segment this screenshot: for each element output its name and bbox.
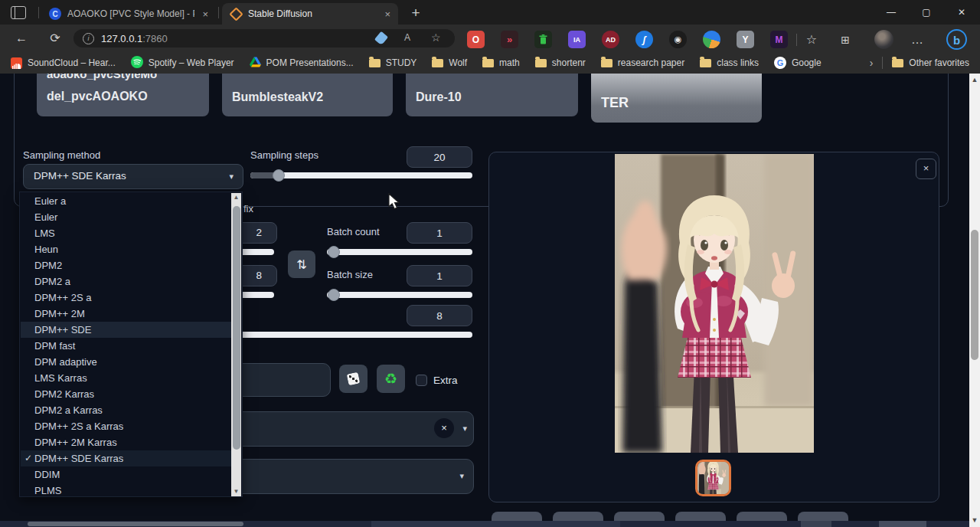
generated-image[interactable] <box>615 154 814 453</box>
ext-fast-forward-icon[interactable]: » <box>501 31 518 48</box>
option-dpmpp-sde[interactable]: DPM++ SDE <box>21 322 233 338</box>
extra-action-button[interactable] <box>798 512 848 521</box>
bookmark-class-links[interactable]: class links <box>700 57 759 68</box>
sampling-steps-input[interactable] <box>407 146 472 168</box>
profile-avatar[interactable] <box>874 30 893 49</box>
batch-size-slider-handle[interactable] <box>328 289 340 301</box>
model-card-aoaoko[interactable]: aoaoko_pvcStyleMo del_pvcAOAOKO <box>37 74 209 116</box>
scroll-up-icon[interactable]: ▲ <box>969 75 980 85</box>
ext-ia-icon[interactable]: IA <box>568 31 586 48</box>
option-euler-a[interactable]: Euler a <box>21 193 233 209</box>
page-scrollbar-thumb[interactable] <box>971 230 978 360</box>
new-tab-button[interactable]: + <box>406 4 426 22</box>
bookmark-wolf[interactable]: Wolf <box>432 57 467 68</box>
model-card-ter[interactable]: TER <box>591 74 762 123</box>
batch-count-input[interactable] <box>407 222 472 244</box>
page-scrollbar[interactable]: ▲ ▼ <box>969 74 980 527</box>
option-dpm2-karras[interactable]: DPM2 Karras <box>21 386 233 402</box>
option-dpmpp-2s-a[interactable]: DPM++ 2S a <box>21 290 233 306</box>
batch-count-slider-handle[interactable] <box>328 246 340 258</box>
gallery-thumbnail[interactable] <box>695 460 731 496</box>
horizontal-scrollbar-thumb[interactable] <box>28 522 243 526</box>
option-dpm-fast[interactable]: DPM fast <box>21 338 233 354</box>
dropdown-scrollbar-thumb[interactable] <box>233 206 240 450</box>
tab-bar: C AOAOKO [PVC Style Model] - PV × Stable… <box>0 0 980 25</box>
sampling-method-select[interactable]: DPM++ SDE Karras ▾ <box>23 164 243 189</box>
option-plms[interactable]: PLMS <box>21 483 233 499</box>
scroll-down-icon[interactable]: ▼ <box>231 487 241 496</box>
site-info-icon[interactable]: i <box>83 33 94 44</box>
ext-location-pin-icon[interactable]: ◉ <box>669 31 687 48</box>
option-dpm2-a-karras[interactable]: DPM2 a Karras <box>21 402 233 418</box>
model-card-dure10[interactable]: Dure-10 <box>406 74 578 116</box>
bookmark-soundcloud[interactable]: SoundCloud – Hear... <box>11 57 116 69</box>
send-to-img2img-button[interactable] <box>614 512 665 521</box>
bookmark-spotify[interactable]: Spotify – Web Player <box>131 56 234 70</box>
ext-ad-icon[interactable]: AD <box>602 31 619 48</box>
bookmark-math[interactable]: math <box>482 57 520 68</box>
scroll-up-icon[interactable]: ▲ <box>231 193 241 202</box>
batch-size-slider[interactable] <box>327 292 472 298</box>
bookmark-shortenr[interactable]: shortenr <box>535 57 586 68</box>
option-dpm-adaptive[interactable]: DPM adaptive <box>21 354 233 370</box>
option-lms[interactable]: LMS <box>21 225 233 241</box>
read-aloud-icon[interactable]: A <box>404 32 410 43</box>
extra-seed-checkbox[interactable] <box>416 375 427 386</box>
clear-styles-icon[interactable]: × <box>434 418 454 438</box>
option-dpm2[interactable]: DPM2 <box>21 257 233 273</box>
close-gallery-button[interactable]: × <box>916 159 936 179</box>
option-euler[interactable]: Euler <box>21 209 233 225</box>
option-dpm2-a[interactable]: DPM2 a <box>21 273 233 290</box>
ext-globe-icon[interactable] <box>703 31 720 48</box>
model-card-bumblesteak[interactable]: BumblesteakV2 <box>222 74 393 116</box>
zip-button[interactable] <box>553 512 603 521</box>
option-ddim[interactable]: DDIM <box>21 466 233 483</box>
scroll-down-icon[interactable]: ▼ <box>969 516 980 525</box>
window-minimize-button[interactable]: — <box>880 3 903 21</box>
tab-close-icon[interactable]: × <box>384 8 390 20</box>
favorites-bar-star-icon[interactable]: ☆ <box>802 31 821 49</box>
back-icon[interactable]: ← <box>12 30 31 47</box>
send-to-extras-button[interactable] <box>737 512 787 521</box>
option-dpmpp-2m-karras[interactable]: DPM++ 2M Karras <box>21 434 233 450</box>
bookmark-pom-presentations[interactable]: POM Presentations... <box>250 57 354 70</box>
batch-count-slider[interactable] <box>327 249 472 255</box>
save-button[interactable] <box>492 512 542 521</box>
ext-trash-icon[interactable] <box>534 31 552 48</box>
send-to-inpaint-button[interactable] <box>675 512 726 521</box>
ext-o-icon[interactable]: O <box>467 31 485 48</box>
bing-icon[interactable]: b <box>946 29 967 50</box>
address-bar[interactable]: i 127.0.0.1:7860 <box>74 29 455 47</box>
option-dpmpp-2s-a-karras[interactable]: DPM++ 2S a Karras <box>21 418 233 434</box>
sampling-steps-slider-handle[interactable] <box>273 169 285 182</box>
option-lms-karras[interactable]: LMS Karras <box>21 370 233 386</box>
tab-stable-diffusion[interactable]: Stable Diffusion × <box>222 3 398 25</box>
swap-dimensions-button[interactable]: ⇅ <box>288 250 315 278</box>
tab-close-icon[interactable]: × <box>202 8 208 20</box>
workspaces-icon[interactable] <box>11 6 26 19</box>
bookmark-reasearch-paper[interactable]: reasearch paper <box>601 57 684 68</box>
option-dpmpp-2m[interactable]: DPM++ 2M <box>21 306 233 322</box>
tab-civitai[interactable]: C AOAOKO [PVC Style Model] - PV × <box>41 3 216 25</box>
cfg-scale-input[interactable] <box>407 305 472 326</box>
window-maximize-button[interactable]: ▢ <box>915 3 938 21</box>
favorite-star-icon[interactable]: ☆ <box>431 31 441 44</box>
bookmark-google[interactable]: GGoogle <box>774 57 822 69</box>
refresh-icon[interactable]: ⟳ <box>46 30 64 47</box>
ext-m-icon[interactable]: M <box>770 31 788 48</box>
option-heun[interactable]: Heun <box>21 241 233 257</box>
batch-size-input[interactable] <box>407 265 472 286</box>
bookmark-study[interactable]: STUDY <box>369 57 417 68</box>
random-seed-button[interactable] <box>339 365 368 393</box>
horizontal-scrollbar[interactable] <box>0 521 969 527</box>
bookmarks-overflow-chevron[interactable]: › <box>870 57 874 69</box>
dropdown-scrollbar[interactable]: ▲ ▼ <box>231 193 241 496</box>
ext-shazam-icon[interactable]: ʃ <box>635 31 653 48</box>
bookmark-other-favorites[interactable]: Other favorites <box>892 57 969 68</box>
reuse-seed-button[interactable]: ♻ <box>377 365 405 393</box>
settings-more-icon[interactable]: … <box>908 31 926 49</box>
ext-y-icon[interactable]: Y <box>737 31 754 48</box>
window-close-button[interactable]: ✕ <box>950 3 973 21</box>
collections-icon[interactable]: ⊞ <box>836 31 854 49</box>
option-dpmpp-sde-karras[interactable]: ✓DPM++ SDE Karras <box>21 450 233 466</box>
